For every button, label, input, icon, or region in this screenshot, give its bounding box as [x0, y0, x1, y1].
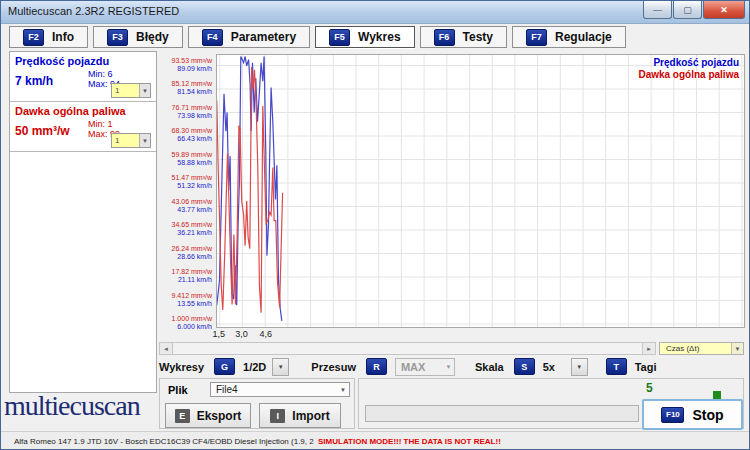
y-label-red: 26.24 mm³/w	[172, 245, 212, 253]
y-axis-label-row: 93.53 mm³/w89.09 km/h	[172, 57, 212, 73]
tab-info[interactable]: F2Info	[9, 26, 88, 48]
chevron-down-icon[interactable]: ▼	[139, 134, 150, 147]
window-controls: — ▢ ✕	[642, 1, 745, 19]
chart-controls-row: Wykresy G 1/2D ▼ Przesuw R MAX ▼ Skala S…	[159, 358, 667, 375]
close-button[interactable]: ✕	[703, 1, 745, 19]
wykresy-dropdown-button[interactable]: ▼	[272, 358, 289, 376]
series-line-dawka-ogolna-paliwa	[217, 67, 283, 313]
y-axis-label-row: 85.12 mm³/w81.54 km/h	[172, 80, 212, 96]
import-button-label: Import	[292, 409, 329, 423]
gridlines	[217, 55, 744, 327]
t-key-badge: T	[606, 358, 627, 375]
skala-dropdown-button[interactable]: ▼	[571, 358, 588, 376]
run-group: 5 F10 Stop	[358, 378, 744, 429]
plik-label: Plik	[168, 384, 188, 396]
legend-dawka: Dawka ogólna paliwa	[638, 69, 739, 81]
x-tick-label: 3,0	[230, 329, 252, 339]
y-label-red: 68.30 mm³/w	[172, 127, 212, 135]
param-scale-select[interactable]: 1▼	[111, 133, 151, 148]
y-label-blue: 36.21 km/h	[172, 229, 212, 237]
chevron-down-icon[interactable]: ▼	[731, 343, 743, 354]
chart-legend: Prędkość pojazdu Dawka ogólna paliwa	[638, 57, 739, 81]
chart-scroll-row: ◄ ► Czas (Δt) ▼	[159, 342, 744, 355]
y-axis-label-row: 51.47 mm³/w51.32 km/h	[172, 174, 212, 190]
import-button[interactable]: I Import	[259, 403, 341, 428]
x-tick-label: 4,6	[255, 329, 277, 339]
horizontal-scrollbar[interactable]: ◄ ►	[159, 342, 656, 355]
tab-regulacje[interactable]: F7Regulacje	[512, 26, 626, 48]
tab-label: Regulacje	[555, 30, 612, 44]
wykresy-value[interactable]: 1/2D	[243, 361, 266, 373]
parameters-sidebar: Prędkość pojazdu7 km/hMin: 6Max: 941▼Daw…	[9, 51, 157, 393]
recording-indicator	[713, 391, 721, 399]
x-axis-mode-combo[interactable]: Czas (Δt) ▼	[659, 342, 744, 355]
tab-testy[interactable]: F6Testy	[420, 26, 507, 48]
param-panel-dawka-ogolna-paliwa[interactable]: Dawka ogólna paliwa50 mm³/wMin: 1Max: 99…	[10, 102, 156, 152]
param-panel-predkosc-pojazdu[interactable]: Prędkość pojazdu7 km/hMin: 6Max: 941▼	[10, 52, 156, 102]
y-label-red: 43.06 mm³/w	[172, 198, 212, 206]
tab-label: Info	[52, 30, 74, 44]
param-min: Min: 6	[88, 69, 113, 79]
status-bar: Alfa Romeo 147 1.9 JTD 16V - Bosch EDC16…	[1, 431, 749, 450]
eksport-button[interactable]: E Eksport	[165, 403, 251, 428]
tab-label: Wykres	[358, 30, 400, 44]
y-label-blue: 43.77 km/h	[172, 206, 212, 214]
file-select[interactable]: File4 ▼	[210, 382, 350, 397]
file-group: Plik File4 ▼ E Eksport I Import	[159, 378, 355, 429]
g-key-badge: G	[214, 358, 235, 375]
vehicle-info: Alfa Romeo 147 1.9 JTD 16V - Bosch EDC16…	[14, 437, 314, 446]
param-title: Dawka ogólna paliwa	[15, 105, 151, 117]
y-axis-label-row: 59.89 mm³/w58.88 km/h	[172, 151, 212, 167]
wykresy-label: Wykresy	[159, 361, 204, 373]
y-axis-label-row: 68.30 mm³/w66.43 km/h	[172, 127, 212, 143]
y-label-blue: 89.09 km/h	[172, 65, 212, 73]
s-key-badge: S	[514, 358, 535, 375]
chevron-down-icon[interactable]: ▼	[139, 84, 150, 97]
f10-key-badge: F10	[661, 407, 684, 423]
y-label-red: 17.82 mm³/w	[172, 268, 212, 276]
param-value: 50 mm³/w	[15, 124, 70, 138]
r-key-badge: R	[366, 358, 387, 375]
param-scale-select[interactable]: 1▼	[111, 83, 151, 98]
y-axis-label-row: 76.71 mm³/w73.98 km/h	[172, 104, 212, 120]
chart-plot-area[interactable]: Prędkość pojazdu Dawka ogólna paliwa	[216, 54, 745, 328]
param-min: Min: 1	[88, 119, 113, 129]
y-label-red: 59.89 mm³/w	[172, 151, 212, 159]
y-label-blue: 51.32 km/h	[172, 182, 212, 190]
x-tick-label: 1,5	[208, 329, 230, 339]
skala-label: Skala	[475, 361, 504, 373]
f6-key-badge: F6	[434, 29, 455, 46]
tab-wykres[interactable]: F5Wykres	[315, 26, 414, 48]
scroll-right-icon[interactable]: ►	[642, 343, 655, 354]
tab-bledy[interactable]: F3Błędy	[93, 26, 183, 48]
y-label-blue: 13.55 km/h	[172, 300, 212, 308]
legend-predkosc: Prędkość pojazdu	[638, 57, 739, 69]
y-axis-label-row: 43.06 mm³/w43.77 km/h	[172, 198, 212, 214]
i-key-badge: I	[270, 409, 285, 423]
y-label-red: 93.53 mm³/w	[172, 57, 212, 65]
przesuw-value: MAX	[396, 361, 443, 373]
app-window: Multiecuscan 2.3R2 REGISTERED — ▢ ✕ F2In…	[0, 0, 750, 450]
scroll-left-icon[interactable]: ◄	[160, 343, 173, 354]
window-title: Multiecuscan 2.3R2 REGISTERED	[8, 5, 179, 17]
y-axis-label-row: 1.000 mm³/w6.000 km/h	[172, 315, 212, 331]
tab-parametery[interactable]: F4Parametery	[188, 26, 310, 48]
y-label-blue: 28.66 km/h	[172, 253, 212, 261]
skala-value[interactable]: 5x	[543, 361, 565, 373]
stop-button[interactable]: F10 Stop	[642, 399, 743, 430]
e-key-badge: E	[175, 409, 190, 423]
chevron-down-icon[interactable]: ▼	[337, 387, 349, 393]
eksport-button-label: Eksport	[197, 409, 242, 423]
maximize-button[interactable]: ▢	[673, 1, 702, 19]
param-value: 7 km/h	[15, 74, 53, 88]
param-title: Prędkość pojazdu	[15, 55, 151, 67]
minimize-button[interactable]: —	[643, 1, 672, 19]
y-axis-label-row: 26.24 mm³/w28.66 km/h	[172, 245, 212, 261]
y-label-blue: 21.11 km/h	[172, 276, 212, 284]
y-label-blue: 81.54 km/h	[172, 88, 212, 96]
progress-bar	[365, 405, 639, 422]
tagi-button[interactable]: Tagi	[635, 361, 657, 373]
titlebar: Multiecuscan 2.3R2 REGISTERED — ▢ ✕	[1, 1, 749, 24]
tab-label: Parametery	[231, 30, 296, 44]
simulation-warning: SIMULATION MODE!!! THE DATA IS NOT REAL!…	[318, 437, 501, 446]
